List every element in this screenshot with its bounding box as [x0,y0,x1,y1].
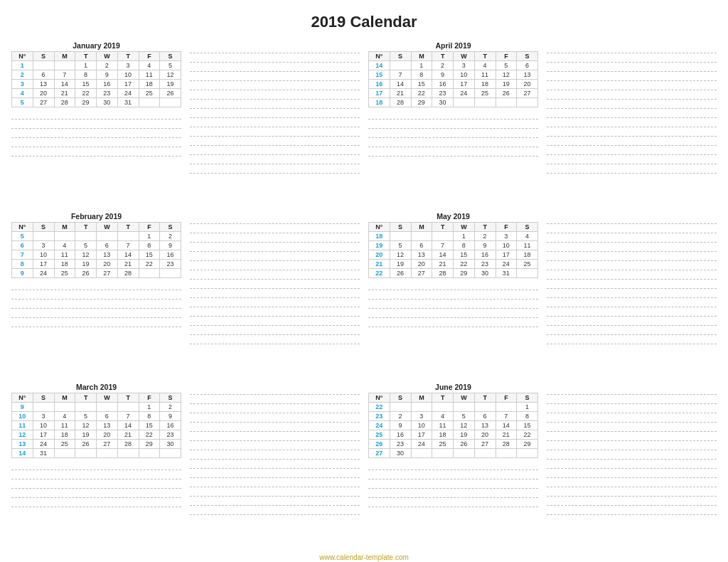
may-cell: May 2019 N°SMTWTFS 181234195678910112012… [364,209,542,380]
page-title: 2019 Calendar [0,0,728,38]
february-calendar: February 2019 N°SMTWTFS 5126345678971011… [11,212,181,278]
march-cell: March 2019 N°SMTWTFS 9121034567891110111… [7,380,186,551]
april-calendar: April 2019 N°SMTWTFS 1412345615789101112… [368,41,538,107]
may-calendar: May 2019 N°SMTWTFS 181234195678910112012… [368,212,538,278]
february-cell: February 2019 N°SMTWTFS 5126345678971011… [7,209,186,380]
june-calendar: June 2019 N°SMTWTFS 22123234567824910111… [368,383,538,458]
january-calendar: January 2019 N°SMTWTFS 11234526789101112… [11,41,181,107]
notes-col4-row3 [542,380,721,551]
calendar-grid: January 2019 N°SMTWTFS 11234526789101112… [0,38,728,551]
june-cell: June 2019 N°SMTWTFS 22123234567824910111… [364,380,542,551]
may-title: May 2019 [368,212,538,222]
april-title: April 2019 [368,41,538,51]
footer: www.calendar-template.com [0,551,728,562]
notes-col4-row2 [542,209,721,380]
february-title: February 2019 [11,212,181,222]
notes-col4-row1 [542,38,721,209]
june-title: June 2019 [368,383,538,393]
march-calendar: March 2019 N°SMTWTFS 9121034567891110111… [11,383,181,458]
january-cell: January 2019 N°SMTWTFS 11234526789101112… [7,38,186,209]
notes-col1-row2 [186,209,364,380]
notes-col1-row3 [186,380,364,551]
january-title: January 2019 [11,41,181,51]
notes-col1-row1 [186,38,364,209]
march-title: March 2019 [11,383,181,393]
april-cell: April 2019 N°SMTWTFS 1412345615789101112… [364,38,542,209]
